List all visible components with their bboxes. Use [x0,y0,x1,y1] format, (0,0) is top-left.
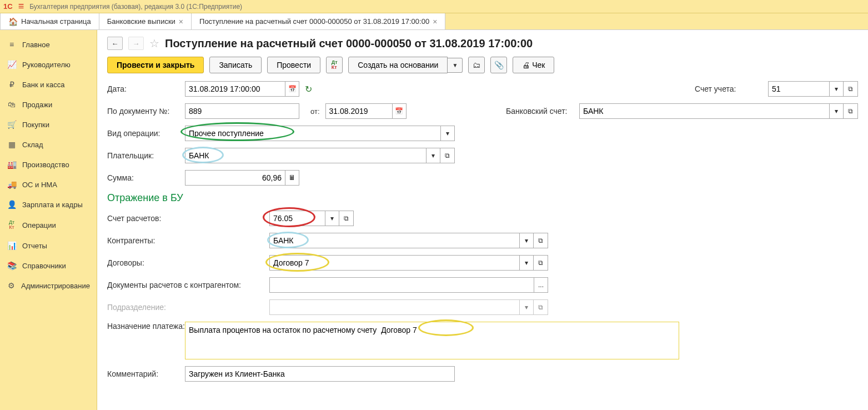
tabs-bar: 🏠 Начальная страница Банковские выписки … [0,13,868,30]
chevron-down-icon[interactable]: ▾ [829,103,844,119]
rouble-icon: ₽ [7,80,17,89]
docnum-label: По документу №: [107,107,185,116]
chevron-down-icon[interactable]: ▾ [519,299,534,315]
open-icon[interactable]: ⧉ [844,81,858,97]
sidebar-item-label: Справочники [22,262,66,270]
calendar-icon[interactable]: 📅 [285,81,299,97]
back-button[interactable]: ← [107,37,123,50]
sidebar-item-label: Зарплата и кадры [22,201,83,209]
save-button[interactable]: Записать [209,57,262,73]
app-logo: 1С [3,2,13,11]
section-bu-title: Отражение в БУ [107,192,858,204]
sidebar-item-warehouse[interactable]: ▦Склад [0,134,97,154]
comment-input[interactable] [185,366,455,382]
structure-button[interactable]: 🗂 [468,57,485,73]
payer-input[interactable] [185,148,426,163]
sum-input[interactable] [185,170,285,186]
sidebar-item-bank[interactable]: ₽Банк и касса [0,74,97,94]
bank-account-label: Банковский счет: [506,107,573,116]
create-based-button[interactable]: Создать на основании [348,57,448,73]
settle-acc-label: Счет расчетов: [107,214,269,223]
sidebar-item-label: Банк и касса [22,81,65,89]
tab-label: Банковские выписки [107,17,175,26]
chart-icon: 📈 [7,60,17,69]
favorite-star-icon[interactable]: ☆ [149,37,159,50]
check-button[interactable]: 🖨 Чек [513,57,554,73]
refresh-icon[interactable]: ↻ [305,84,312,94]
sidebar-item-directories[interactable]: 📚Справочники [0,256,97,276]
op-type-input[interactable] [185,126,440,141]
sidebar-item-label: Покупки [22,121,49,129]
tab-label: Поступление на расчетный счет 0000-00005… [199,17,429,26]
sidebar-item-label: ОС и НМА [22,181,57,189]
open-icon[interactable]: ⧉ [339,211,354,226]
settle-docs-input[interactable] [269,277,534,293]
chevron-down-icon[interactable]: ▾ [519,255,534,271]
open-icon[interactable]: ⧉ [440,148,455,163]
calculator-icon[interactable]: 🖩 [285,170,299,186]
truck-icon: 🚚 [7,180,17,189]
account-input[interactable] [768,81,829,97]
sidebar-item-salary[interactable]: 👤Зарплата и кадры [0,194,97,214]
chevron-down-icon[interactable]: ▾ [440,126,455,141]
sidebar-item-purchases[interactable]: 🛒Покупки [0,114,97,134]
from-date-input[interactable] [325,103,392,119]
bars-icon: 📊 [7,241,17,250]
sidebar-item-main[interactable]: ≡Главное [0,34,97,54]
date-input[interactable] [185,81,285,97]
chevron-down-icon[interactable]: ▾ [426,148,440,163]
sidebar-item-label: Отчеты [22,242,47,250]
bank-account-input[interactable] [579,103,829,119]
attach-button[interactable]: 📎 [490,57,507,73]
sidebar-item-sales[interactable]: 🛍Продажи [0,94,97,114]
chevron-down-icon[interactable]: ▼ [448,58,463,73]
tab-label: Начальная страница [21,17,91,26]
close-icon[interactable]: × [433,17,437,26]
dtkt-button[interactable]: ДтКт [326,57,343,73]
division-label: Подразделение: [107,303,269,312]
sidebar-item-label: Склад [22,141,43,149]
calendar-icon[interactable]: 📅 [392,103,407,119]
open-icon[interactable]: ⧉ [534,255,548,271]
settle-docs-label: Документы расчетов с контрагентом: [107,281,269,289]
sidebar-item-label: Продажи [22,101,52,109]
contragent-input[interactable] [269,233,519,248]
chevron-down-icon[interactable]: ▾ [519,233,534,248]
more-icon[interactable]: ... [534,277,548,293]
close-icon[interactable]: × [179,17,183,26]
tab-bank-statements[interactable]: Банковские выписки × [99,13,192,29]
tab-document[interactable]: Поступление на расчетный счет 0000-00005… [192,13,445,29]
docnum-input[interactable] [185,103,299,119]
chevron-down-icon[interactable]: ▾ [829,81,844,97]
contragent-label: Контрагенты: [107,236,269,245]
create-based-combo[interactable]: Создать на основании ▼ [348,57,463,73]
post-button[interactable]: Провести [267,57,320,73]
tab-home[interactable]: 🏠 Начальная страница [0,13,99,29]
sum-label: Сумма: [107,173,185,182]
sidebar-item-label: Операции [22,221,56,229]
sidebar-item-assets[interactable]: 🚚ОС и НМА [0,174,97,194]
app-title: Бухгалтерия предприятия (базовая), редак… [29,3,242,11]
sidebar: ≡Главное 📈Руководителю ₽Банк и касса 🛍Пр… [0,30,97,410]
payer-label: Плательщик: [107,151,185,160]
account-label: Счет учета: [695,84,761,93]
content-area: ← → ☆ Поступление на расчетный счет 0000… [97,30,868,410]
purpose-textarea[interactable] [185,322,679,359]
division-input[interactable] [269,299,519,315]
sidebar-item-operations[interactable]: ДтКтОперации [0,214,97,236]
open-icon[interactable]: ⧉ [534,299,548,315]
sidebar-item-admin[interactable]: ⚙Администрирование [0,276,97,296]
chevron-down-icon[interactable]: ▾ [325,211,339,226]
contract-input[interactable] [269,255,519,271]
post-and-close-button[interactable]: Провести и закрыть [107,57,204,73]
sidebar-item-manager[interactable]: 📈Руководителю [0,54,97,74]
page-title: Поступление на расчетный счет 0000-00005… [165,37,533,50]
hamburger-icon[interactable]: ≡ [18,1,24,12]
sidebar-item-production[interactable]: 🏭Производство [0,154,97,174]
forward-button[interactable]: → [128,37,144,50]
open-icon[interactable]: ⧉ [534,233,548,248]
settle-acc-input[interactable] [269,211,325,226]
sidebar-item-reports[interactable]: 📊Отчеты [0,236,97,256]
open-icon[interactable]: ⧉ [844,103,858,119]
gear-icon: ⚙ [7,281,16,290]
